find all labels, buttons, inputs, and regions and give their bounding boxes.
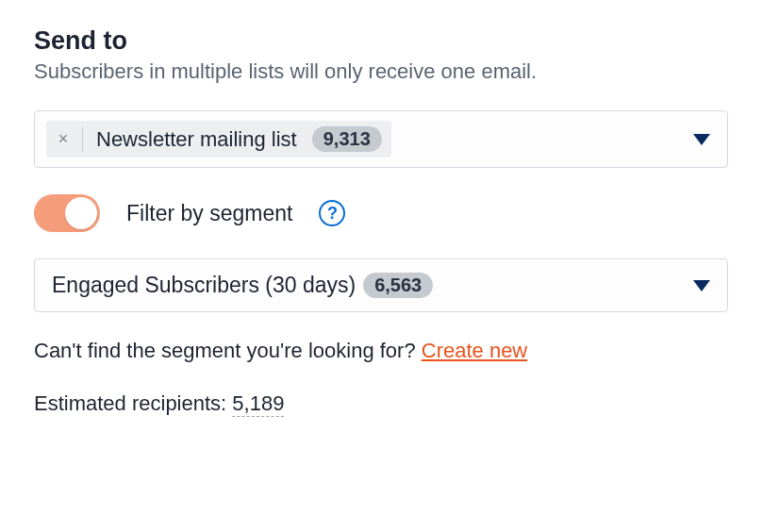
- list-select[interactable]: × Newsletter mailing list 9,313: [34, 110, 728, 168]
- remove-chip-icon[interactable]: ×: [52, 129, 75, 149]
- segment-hint: Can't find the segment you're looking fo…: [34, 339, 728, 363]
- list-chip: × Newsletter mailing list 9,313: [46, 121, 391, 158]
- filter-toggle[interactable]: [34, 194, 100, 232]
- send-to-subheading: Subscribers in multiple lists will only …: [34, 59, 728, 84]
- caret-down-icon: [693, 134, 710, 145]
- estimate-count: 5,189: [232, 391, 284, 417]
- estimate-label: Estimated recipients:: [34, 391, 232, 415]
- segment-hint-text: Can't find the segment you're looking fo…: [34, 339, 422, 362]
- segment-select-label: Engaged Subscribers (30 days): [52, 273, 356, 298]
- create-segment-link[interactable]: Create new: [422, 339, 528, 362]
- filter-toggle-label: Filter by segment: [126, 201, 292, 226]
- chip-divider: [82, 127, 83, 152]
- list-chip-label: Newsletter mailing list: [96, 127, 297, 152]
- segment-select[interactable]: Engaged Subscribers (30 days) 6,563: [34, 258, 728, 312]
- estimated-recipients: Estimated recipients: 5,189: [34, 391, 728, 416]
- send-to-heading: Send to: [34, 26, 728, 56]
- list-chip-count: 9,313: [312, 126, 382, 152]
- help-icon[interactable]: ?: [319, 200, 345, 226]
- filter-by-segment-row: Filter by segment ?: [34, 194, 728, 232]
- toggle-knob: [65, 197, 97, 229]
- segment-select-count: 6,563: [363, 273, 433, 298]
- caret-down-icon: [693, 280, 710, 291]
